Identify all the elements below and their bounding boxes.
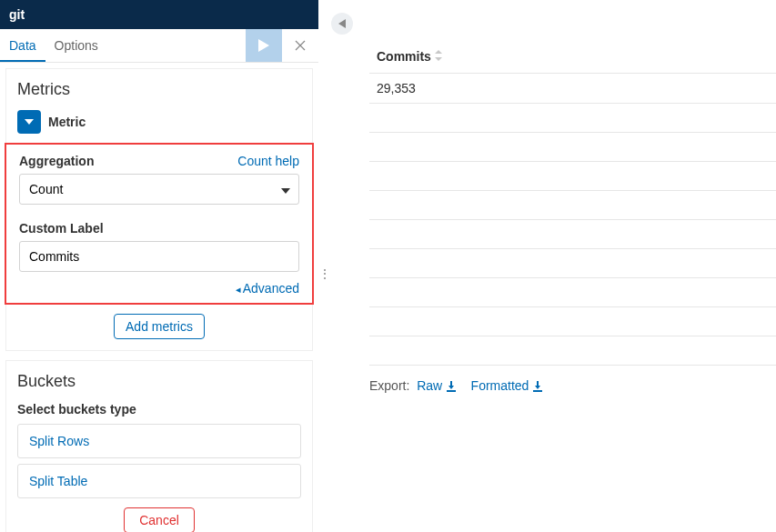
aggregation-label: Aggregation bbox=[19, 154, 94, 168]
metrics-card: Metrics Metric Aggregation Count help Co… bbox=[5, 68, 313, 351]
close-icon bbox=[294, 39, 307, 52]
export-row: Export: Raw Formatted bbox=[369, 378, 776, 395]
download-icon bbox=[446, 380, 457, 395]
table-row: 29,353 bbox=[369, 74, 776, 104]
download-icon bbox=[532, 380, 543, 395]
count-help-link[interactable]: Count help bbox=[237, 154, 299, 168]
advanced-toggle[interactable]: Advanced bbox=[236, 281, 299, 296]
table-row bbox=[369, 220, 776, 249]
aggregation-select[interactable]: Count bbox=[19, 174, 299, 205]
caret-down-icon bbox=[25, 119, 34, 125]
export-raw-link[interactable]: Raw bbox=[417, 378, 460, 393]
metric-config-highlight: Aggregation Count help Count Custom Labe… bbox=[5, 143, 314, 305]
tab-row: Data Options bbox=[0, 29, 318, 63]
buckets-select-label: Select buckets type bbox=[17, 402, 301, 417]
sort-icon bbox=[435, 50, 442, 63]
title-bar: git bbox=[0, 0, 318, 29]
bucket-option-split-table[interactable]: Split Table bbox=[17, 464, 301, 498]
resize-handle[interactable]: ⋮ bbox=[318, 266, 332, 281]
table-row bbox=[369, 278, 776, 307]
collapse-panel-button[interactable] bbox=[331, 13, 353, 35]
metric-label: Metric bbox=[48, 115, 86, 129]
table-row bbox=[369, 249, 776, 278]
table-row bbox=[369, 191, 776, 220]
table-row bbox=[369, 133, 776, 162]
custom-label-input[interactable] bbox=[19, 241, 299, 272]
column-header-label: Commits bbox=[377, 49, 431, 64]
add-metrics-button[interactable]: Add metrics bbox=[114, 314, 205, 339]
title-text: git bbox=[9, 7, 25, 22]
play-icon bbox=[258, 39, 269, 52]
metrics-heading: Metrics bbox=[17, 80, 301, 99]
export-label: Export: bbox=[369, 378, 409, 393]
svg-rect-1 bbox=[533, 390, 542, 392]
table-row bbox=[369, 336, 776, 366]
cancel-button[interactable]: Cancel bbox=[124, 507, 195, 532]
tab-options[interactable]: Options bbox=[45, 29, 107, 62]
export-formatted-link[interactable]: Formatted bbox=[471, 378, 544, 393]
tab-data[interactable]: Data bbox=[0, 29, 45, 62]
chevron-left-icon bbox=[338, 19, 346, 28]
table-row bbox=[369, 162, 776, 191]
custom-label-label: Custom Label bbox=[19, 221, 299, 236]
buckets-card: Buckets Select buckets type Split Rows S… bbox=[5, 360, 313, 532]
table-row bbox=[369, 104, 776, 133]
close-button[interactable] bbox=[282, 29, 318, 62]
column-header[interactable]: Commits bbox=[369, 40, 776, 74]
results-table: Commits 29,353 bbox=[369, 40, 776, 366]
bucket-option-split-rows[interactable]: Split Rows bbox=[17, 424, 301, 458]
metric-toggle[interactable] bbox=[17, 110, 41, 134]
aggregation-value: Count bbox=[29, 182, 63, 196]
svg-rect-0 bbox=[447, 390, 456, 392]
run-button[interactable] bbox=[246, 29, 282, 62]
table-row bbox=[369, 307, 776, 336]
buckets-heading: Buckets bbox=[17, 372, 301, 391]
